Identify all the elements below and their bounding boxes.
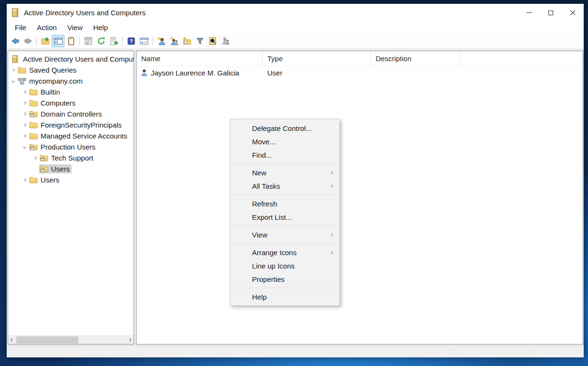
collapse-chevron[interactable] bbox=[9, 75, 17, 86]
toolbar-separator bbox=[152, 36, 153, 46]
menu-item-label: Find... bbox=[252, 151, 272, 159]
scroll-left-button[interactable] bbox=[8, 336, 16, 344]
ou-folder-icon bbox=[40, 154, 49, 161]
menu-file[interactable]: File bbox=[10, 22, 32, 32]
menu-item-label: Properties bbox=[252, 275, 284, 283]
tree-item-managed-service-accounts[interactable]: Managed Service Accounts bbox=[8, 130, 134, 141]
list-row-user[interactable]: Jayson Laurence M. Galicia User bbox=[136, 66, 583, 79]
tree-item-saved-queries[interactable]: Saved Queries bbox=[8, 65, 134, 75]
tree-item-domain-controllers[interactable]: Domain Controllers bbox=[8, 108, 134, 119]
context-menu-item-help[interactable]: Help bbox=[231, 290, 339, 303]
add-to-group-button[interactable] bbox=[219, 35, 232, 47]
submenu-arrow-icon bbox=[330, 233, 333, 236]
forward-icon bbox=[23, 36, 33, 46]
toolbar-separator bbox=[79, 36, 80, 46]
new-group-icon bbox=[169, 36, 179, 46]
scrollbar-thumb[interactable] bbox=[16, 336, 78, 344]
tree-item-label: Users bbox=[41, 176, 59, 184]
minimize-button[interactable] bbox=[518, 4, 540, 22]
svg-text:?: ? bbox=[129, 38, 133, 44]
tree-item-computers[interactable]: Computers bbox=[8, 97, 134, 108]
title-bar[interactable]: Active Directory Users and Computers bbox=[7, 4, 584, 22]
forward-button[interactable] bbox=[21, 35, 34, 47]
tree-item-label: ForeignSecurityPrincipals bbox=[41, 121, 122, 129]
context-menu-item-properties[interactable]: Properties bbox=[231, 272, 339, 286]
context-menu: Delegate Control... Move... Find... New … bbox=[230, 119, 340, 306]
expand-chevron[interactable] bbox=[21, 108, 29, 119]
menu-action[interactable]: Action bbox=[32, 22, 62, 32]
list-view-pane: Name Type Description Jayson Laurence M.… bbox=[136, 51, 583, 344]
scrollbar-track[interactable] bbox=[16, 336, 126, 344]
new-group-button[interactable] bbox=[168, 35, 180, 47]
minimize-icon bbox=[526, 12, 532, 13]
tree-item-label: Tech Support bbox=[51, 154, 93, 162]
back-button[interactable] bbox=[9, 35, 21, 47]
column-header-description[interactable]: Description bbox=[371, 51, 461, 66]
expand-chevron[interactable] bbox=[21, 86, 29, 97]
expand-chevron[interactable] bbox=[31, 152, 39, 163]
expand-chevron[interactable] bbox=[21, 174, 29, 185]
scroll-right-button[interactable] bbox=[126, 336, 134, 344]
clipboard-button[interactable] bbox=[64, 35, 77, 47]
ou-folder-icon bbox=[29, 143, 38, 151]
tree-item-foreignsecurityprincipals[interactable]: ForeignSecurityPrincipals bbox=[8, 119, 134, 130]
new-ou-button[interactable] bbox=[180, 35, 193, 47]
list-header: Name Type Description bbox=[136, 51, 583, 66]
properties-button[interactable] bbox=[82, 35, 94, 47]
context-menu-item-new[interactable]: New bbox=[231, 166, 339, 179]
context-menu-item-export-list[interactable]: Export List... bbox=[231, 210, 339, 224]
close-button[interactable] bbox=[562, 4, 584, 22]
context-menu-item-line-up-icons[interactable]: Line up Icons bbox=[231, 259, 339, 272]
refresh-button[interactable] bbox=[94, 35, 107, 47]
menu-item-label: All Tasks bbox=[252, 182, 280, 190]
new-user-button[interactable] bbox=[155, 35, 168, 47]
context-menu-item-arrange-icons[interactable]: Arrange Icons bbox=[231, 246, 339, 259]
maximize-button[interactable] bbox=[540, 4, 562, 22]
folder-icon bbox=[29, 88, 38, 96]
tree-item-mycompany-com[interactable]: mycompany.com bbox=[8, 75, 134, 86]
tree-item-users-ou-selected[interactable]: Users bbox=[8, 163, 134, 174]
domain-icon bbox=[18, 77, 27, 85]
folder-icon bbox=[29, 176, 38, 183]
show-console-tree-icon bbox=[53, 36, 63, 46]
menu-view[interactable]: View bbox=[62, 22, 88, 32]
context-menu-item-view[interactable]: View bbox=[231, 228, 339, 241]
menu-help[interactable]: Help bbox=[88, 22, 113, 32]
tree-item-root[interactable]: Active Directory Users and Computers bbox=[8, 54, 134, 65]
tree-item-builtin[interactable]: Builtin bbox=[8, 86, 134, 97]
column-header-name[interactable]: Name bbox=[136, 51, 262, 66]
context-menu-item-refresh[interactable]: Refresh bbox=[231, 197, 339, 210]
horizontal-scrollbar[interactable] bbox=[8, 335, 134, 344]
expand-chevron[interactable] bbox=[21, 97, 29, 108]
action-pane-button[interactable] bbox=[137, 35, 150, 47]
menu-item-label: Arrange Icons bbox=[252, 248, 296, 257]
column-header-type[interactable]: Type bbox=[262, 51, 371, 66]
tree-item-label: Production Users bbox=[41, 143, 95, 151]
add-to-group-icon bbox=[221, 36, 231, 46]
export-list-button[interactable] bbox=[107, 35, 120, 47]
expand-chevron[interactable] bbox=[21, 119, 29, 130]
window-title: Active Directory Users and Computers bbox=[24, 9, 518, 17]
menu-item-label: Export List... bbox=[252, 213, 292, 221]
action-pane-icon bbox=[139, 36, 149, 46]
list-cell-name: Jayson Laurence M. Galicia bbox=[151, 69, 239, 77]
menu-item-label: Delegate Control... bbox=[252, 124, 312, 132]
find-button[interactable] bbox=[206, 35, 219, 47]
expand-chevron[interactable] bbox=[9, 65, 17, 75]
context-menu-item-find[interactable]: Find... bbox=[231, 148, 339, 161]
context-menu-item-delegate-control[interactable]: Delegate Control... bbox=[231, 121, 339, 135]
menu-item-label: Move... bbox=[252, 138, 275, 146]
expand-chevron[interactable] bbox=[21, 130, 29, 141]
context-menu-item-all-tasks[interactable]: All Tasks bbox=[231, 179, 339, 193]
tree-item-tech-support[interactable]: Tech Support bbox=[8, 152, 134, 163]
filter-button[interactable] bbox=[193, 35, 206, 47]
up-one-level-button[interactable] bbox=[39, 35, 52, 47]
collapse-chevron[interactable] bbox=[21, 141, 29, 152]
tree-item-users[interactable]: Users bbox=[8, 174, 134, 185]
tree-item-production-users[interactable]: Production Users bbox=[8, 141, 134, 152]
show-console-tree-button[interactable] bbox=[52, 35, 64, 47]
refresh-icon bbox=[96, 36, 106, 46]
app-icon bbox=[11, 8, 19, 17]
help-button[interactable]: ? bbox=[125, 35, 137, 47]
context-menu-item-move[interactable]: Move... bbox=[231, 135, 339, 148]
